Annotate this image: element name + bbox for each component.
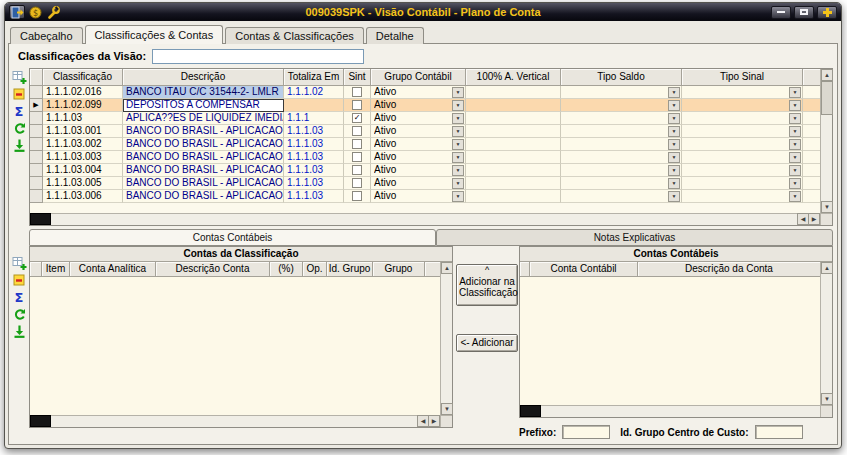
left-panel-body[interactable] — [30, 277, 440, 415]
descricao-cell[interactable]: BANCO DO BRASIL - APLICACAO AUTO N — [123, 164, 284, 177]
sint-cell[interactable] — [344, 177, 371, 190]
scroll-down-icon[interactable]: ▼ — [441, 403, 453, 415]
delete-record-icon[interactable] — [11, 87, 27, 102]
dropdown-arrow-icon[interactable]: ▼ — [789, 165, 801, 176]
tab-notas-explicativas[interactable]: Notas Explicativas — [436, 229, 833, 246]
a-vertical-cell[interactable] — [466, 99, 561, 112]
grupo-contabil-combobox[interactable]: Ativo▼ — [371, 112, 466, 125]
wrench-icon[interactable] — [45, 5, 61, 19]
titlebar[interactable]: $ 009039SPK - Visão Contábil - Plano de … — [5, 3, 841, 21]
sum-icon[interactable]: Σ — [11, 104, 27, 119]
scroll-right-icon[interactable]: ▶ — [428, 415, 440, 427]
grupo-contabil-combobox[interactable]: Ativo▼ — [371, 177, 466, 190]
totaliza-em-cell[interactable]: 1.1.1.03 — [284, 125, 344, 138]
dropdown-arrow-icon[interactable]: ▼ — [452, 100, 464, 111]
sint-cell[interactable] — [344, 190, 371, 203]
delete-record-icon[interactable] — [11, 273, 27, 288]
vscroll-thumb[interactable] — [821, 81, 833, 115]
sint-checkbox[interactable] — [352, 139, 362, 149]
sint-checkbox[interactable] — [352, 178, 362, 188]
sint-checkbox[interactable] — [352, 165, 362, 175]
tipo-sinal-combobox[interactable]: ▼ — [682, 164, 803, 177]
grupo-contabil-combobox[interactable]: Ativo▼ — [371, 99, 466, 112]
totaliza-em-cell[interactable]: 1.1.1.03 — [284, 138, 344, 151]
tipo-sinal-combobox[interactable]: ▼ — [682, 151, 803, 164]
classificacao-cell[interactable]: 1.1.1.03.001 — [43, 125, 123, 138]
descricao-cell[interactable]: APLICA??ES DE LIQUIDEZ IMEDIATA — [123, 112, 284, 125]
tipo-saldo-combobox[interactable]: ▼ — [561, 177, 682, 190]
dropdown-arrow-icon[interactable]: ▼ — [452, 178, 464, 189]
insert-record-icon[interactable] — [11, 256, 27, 271]
tipo-saldo-combobox[interactable]: ▼ — [561, 112, 682, 125]
tipo-sinal-combobox[interactable]: ▼ — [682, 138, 803, 151]
totaliza-em-cell[interactable]: 1.1.1.03 — [284, 190, 344, 203]
a-vertical-cell[interactable] — [466, 177, 561, 190]
descricao-cell[interactable]: BANCO DO BRASIL - APLICACAO AUTO N — [123, 138, 284, 151]
tipo-saldo-combobox[interactable]: ▼ — [561, 125, 682, 138]
tipo-sinal-combobox[interactable]: ▼ — [682, 125, 803, 138]
dropdown-arrow-icon[interactable]: ▼ — [789, 178, 801, 189]
tipo-saldo-combobox[interactable]: ▼ — [561, 99, 682, 112]
dropdown-arrow-icon[interactable]: ▼ — [789, 191, 801, 202]
hscroll-thumb[interactable] — [520, 405, 541, 417]
dropdown-arrow-icon[interactable]: ▼ — [452, 113, 464, 124]
tipo-sinal-combobox[interactable]: ▼ — [682, 86, 803, 99]
a-vertical-cell[interactable] — [466, 190, 561, 203]
grid-row[interactable]: 1.1.1.03.003BANCO DO BRASIL - APLICACAO … — [30, 151, 820, 164]
a-vertical-cell[interactable] — [466, 164, 561, 177]
dropdown-arrow-icon[interactable]: ▼ — [668, 152, 680, 163]
id-grupo-centro-de-custo-input[interactable] — [755, 425, 803, 439]
dropdown-arrow-icon[interactable]: ▼ — [668, 100, 680, 111]
export-icon[interactable] — [11, 138, 27, 153]
tipo-sinal-combobox[interactable]: ▼ — [682, 112, 803, 125]
dropdown-arrow-icon[interactable]: ▼ — [668, 113, 680, 124]
tipo-saldo-combobox[interactable]: ▼ — [561, 151, 682, 164]
classificacao-cell[interactable]: 1.1.1.03.002 — [43, 138, 123, 151]
totaliza-em-cell[interactable] — [284, 99, 344, 112]
dropdown-arrow-icon[interactable]: ▼ — [789, 100, 801, 111]
sint-cell[interactable]: ✓ — [344, 112, 371, 125]
dropdown-arrow-icon[interactable]: ▼ — [452, 191, 464, 202]
column-header[interactable]: Tipo Sinal — [682, 69, 803, 86]
dropdown-arrow-icon[interactable]: ▼ — [668, 87, 680, 98]
right-panel-hscrollbar[interactable] — [520, 405, 820, 417]
classificacao-cell[interactable]: 1.1.1.02.016 — [43, 86, 123, 99]
maximize-button[interactable] — [794, 6, 814, 19]
coins-icon[interactable]: $ — [27, 5, 43, 19]
insert-record-icon[interactable] — [11, 70, 27, 85]
minimize-button[interactable] — [771, 6, 791, 19]
grid-row[interactable]: 1.1.1.03.001BANCO DO BRASIL - APLICACAO … — [30, 125, 820, 138]
grid-row[interactable]: 1.1.1.03.004BANCO DO BRASIL - APLICACAO … — [30, 164, 820, 177]
exit-icon[interactable] — [9, 5, 25, 19]
sint-cell[interactable] — [344, 125, 371, 138]
grupo-contabil-combobox[interactable]: Ativo▼ — [371, 86, 466, 99]
grupo-contabil-combobox[interactable]: Ativo▼ — [371, 164, 466, 177]
descricao-cell[interactable]: BANCO DO BRASIL - APLICACAO AUTO N — [123, 151, 284, 164]
totaliza-em-cell[interactable]: 1.1.1.03 — [284, 151, 344, 164]
dropdown-arrow-icon[interactable]: ▼ — [789, 139, 801, 150]
grupo-contabil-combobox[interactable]: Ativo▼ — [371, 125, 466, 138]
totaliza-em-cell[interactable]: 1.1.1.03 — [284, 164, 344, 177]
left-panel-vscrollbar[interactable]: ▲ ▼ — [440, 262, 452, 415]
column-header[interactable]: Descrição da Conta — [638, 262, 820, 277]
column-header[interactable]: Id. Grupo — [327, 262, 373, 277]
grid-row[interactable]: 1.1.1.03APLICA??ES DE LIQUIDEZ IMEDIATA1… — [30, 112, 820, 125]
sum-icon[interactable]: Σ — [11, 290, 27, 305]
sint-cell[interactable] — [344, 151, 371, 164]
scroll-up-icon[interactable]: ▲ — [821, 69, 833, 81]
column-header[interactable]: Grupo — [373, 262, 425, 277]
dropdown-arrow-icon[interactable]: ▼ — [668, 178, 680, 189]
column-header[interactable]: Conta Analítica — [70, 262, 156, 277]
dropdown-arrow-icon[interactable]: ▼ — [452, 152, 464, 163]
right-panel-body[interactable] — [520, 277, 820, 405]
hscroll-thumb[interactable] — [30, 213, 51, 225]
column-header[interactable]: (%) — [270, 262, 303, 277]
grid-row[interactable]: ▶1.1.1.02.099DEPOSITOS A COMPENSARAtivo▼… — [30, 99, 820, 112]
classificacao-cell[interactable]: 1.1.1.03.004 — [43, 164, 123, 177]
right-panel-vscrollbar[interactable]: ▲ ▼ — [820, 262, 832, 405]
sint-checkbox[interactable] — [352, 87, 362, 97]
sint-cell[interactable] — [344, 138, 371, 151]
sint-cell[interactable] — [344, 86, 371, 99]
prefixo-input[interactable] — [562, 425, 610, 439]
scroll-right-icon[interactable]: ▶ — [808, 213, 820, 225]
